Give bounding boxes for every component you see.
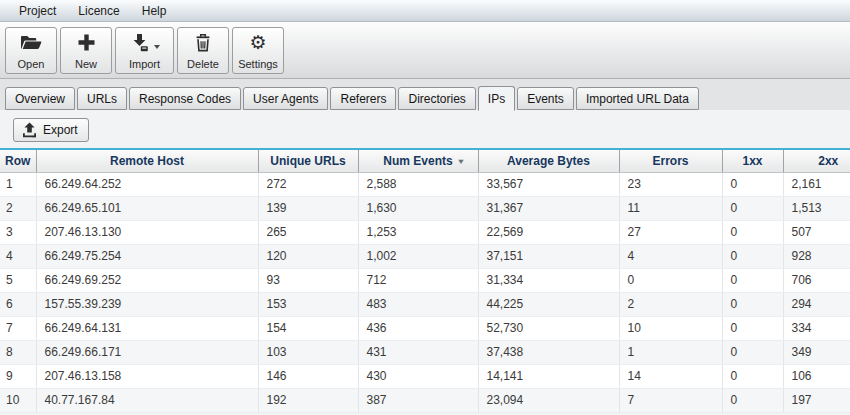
cell-2xx: 197	[783, 388, 850, 412]
menu-licence[interactable]: Licence	[67, 0, 130, 22]
tab-label: Directories	[408, 92, 465, 106]
cell-num-events: 1,002	[358, 244, 478, 268]
table-row[interactable]: 3 207.46.13.130 265 1,253 22,569 27 0 50…	[0, 220, 850, 244]
delete-button[interactable]: Delete	[177, 27, 229, 74]
table-row[interactable]: 1 66.249.64.252 272 2,588 33,567 23 0 2,…	[0, 172, 850, 196]
col-header-1xx[interactable]: 1xx	[722, 149, 783, 172]
cell-errors: 23	[619, 172, 722, 196]
open-button[interactable]: Open	[5, 27, 57, 74]
cell-2xx: 106	[783, 364, 850, 388]
tab-item[interactable]: Referers	[330, 87, 396, 110]
tab-label: IPs	[488, 92, 505, 106]
cell-2xx: 507	[783, 220, 850, 244]
cell-1xx: 0	[722, 244, 783, 268]
col-header-2xx[interactable]: 2xx	[783, 149, 850, 172]
col-header-unique-urls[interactable]: Unique URLs	[258, 149, 358, 172]
export-bar: Export	[0, 110, 850, 148]
delete-button-label: Delete	[187, 58, 219, 70]
cell-2xx: 928	[783, 244, 850, 268]
cell-unique-urls: 153	[258, 292, 358, 316]
gear-icon: ⚙	[249, 33, 266, 53]
cell-unique-urls: 154	[258, 316, 358, 340]
tab-item[interactable]: Response Codes	[129, 87, 241, 110]
cell-errors: 1	[619, 340, 722, 364]
cell-1xx: 0	[722, 172, 783, 196]
cell-remote-host: 207.46.13.158	[36, 364, 258, 388]
cell-unique-urls: 272	[258, 172, 358, 196]
cell-errors: 11	[619, 196, 722, 220]
table-row[interactable]: 5 66.249.69.252 93 712 31,334 0 0 706	[0, 268, 850, 292]
cell-remote-host: 66.249.65.101	[36, 196, 258, 220]
col-header-row[interactable]: Row	[0, 149, 36, 172]
open-button-label: Open	[18, 58, 45, 70]
chevron-down-icon	[154, 45, 160, 49]
tab-item[interactable]: IPs	[478, 86, 515, 111]
cell-average-bytes: 37,438	[478, 340, 619, 364]
cell-num-events: 431	[358, 340, 478, 364]
settings-button-label: Settings	[238, 58, 278, 70]
cell-average-bytes: 37,151	[478, 244, 619, 268]
table-row[interactable]: 4 66.249.75.254 120 1,002 37,151 4 0 928	[0, 244, 850, 268]
cell-remote-host: 207.46.13.130	[36, 220, 258, 244]
tab-item[interactable]: Overview	[5, 87, 75, 110]
ips-table: Row Remote Host Unique URLs Num Events ▼…	[0, 148, 850, 413]
cell-remote-host: 66.249.69.252	[36, 268, 258, 292]
cell-row-number: 1	[0, 172, 36, 196]
cell-2xx: 349	[783, 340, 850, 364]
cell-average-bytes: 14,141	[478, 364, 619, 388]
col-header-errors[interactable]: Errors	[619, 149, 722, 172]
tab-item[interactable]: URLs	[77, 87, 127, 110]
cell-num-events: 1,630	[358, 196, 478, 220]
cell-num-events: 430	[358, 364, 478, 388]
tab-label: Events	[527, 92, 564, 106]
trash-icon	[194, 33, 212, 53]
upload-tray-icon	[21, 122, 38, 138]
cell-row-number: 2	[0, 196, 36, 220]
table-row[interactable]: 8 66.249.66.171 103 431 37,438 1 0 349	[0, 340, 850, 364]
table-row[interactable]: 6 157.55.39.239 153 483 44,225 2 0 294	[0, 292, 850, 316]
export-button[interactable]: Export	[13, 118, 89, 142]
cell-2xx: 334	[783, 316, 850, 340]
menu-project[interactable]: Project	[8, 0, 67, 22]
import-button-label: Import	[129, 58, 160, 70]
cell-num-events: 1,253	[358, 220, 478, 244]
cell-average-bytes: 52,730	[478, 316, 619, 340]
tab-item[interactable]: Events	[517, 87, 574, 110]
cell-remote-host: 157.55.39.239	[36, 292, 258, 316]
table-row[interactable]: 7 66.249.64.131 154 436 52,730 10 0 334	[0, 316, 850, 340]
cell-1xx: 0	[722, 292, 783, 316]
cell-2xx: 294	[783, 292, 850, 316]
table-row[interactable]: 9 207.46.13.158 146 430 14,141 14 0 106	[0, 364, 850, 388]
toolbar: Open New Import	[0, 22, 850, 79]
tab-item[interactable]: Imported URL Data	[576, 87, 699, 110]
cell-1xx: 0	[722, 268, 783, 292]
col-header-average-bytes[interactable]: Average Bytes	[478, 149, 619, 172]
cell-row-number: 3	[0, 220, 36, 244]
cell-average-bytes: 23,094	[478, 388, 619, 412]
folder-open-icon	[20, 33, 42, 53]
cell-row-number: 6	[0, 292, 36, 316]
cell-num-events: 712	[358, 268, 478, 292]
cell-errors: 4	[619, 244, 722, 268]
cell-unique-urls: 120	[258, 244, 358, 268]
cell-errors: 27	[619, 220, 722, 244]
cell-1xx: 0	[722, 388, 783, 412]
table-row[interactable]: 10 40.77.167.84 192 387 23,094 7 0 197	[0, 388, 850, 412]
menu-help[interactable]: Help	[131, 0, 178, 22]
cell-row-number: 9	[0, 364, 36, 388]
col-header-num-events[interactable]: Num Events ▼	[358, 149, 478, 172]
cell-num-events: 2,588	[358, 172, 478, 196]
tab-item[interactable]: Directories	[398, 87, 475, 110]
import-button[interactable]: Import	[115, 27, 174, 74]
export-button-label: Export	[43, 123, 78, 137]
cell-unique-urls: 93	[258, 268, 358, 292]
col-header-num-events-label: Num Events	[383, 154, 452, 168]
col-header-remote-host[interactable]: Remote Host	[36, 149, 258, 172]
cell-average-bytes: 31,367	[478, 196, 619, 220]
cell-2xx: 706	[783, 268, 850, 292]
cell-errors: 10	[619, 316, 722, 340]
tab-item[interactable]: User Agents	[243, 87, 328, 110]
new-button[interactable]: New	[60, 27, 112, 74]
table-row[interactable]: 2 66.249.65.101 139 1,630 31,367 11 0 1,…	[0, 196, 850, 220]
settings-button[interactable]: ⚙ Settings	[232, 27, 284, 74]
